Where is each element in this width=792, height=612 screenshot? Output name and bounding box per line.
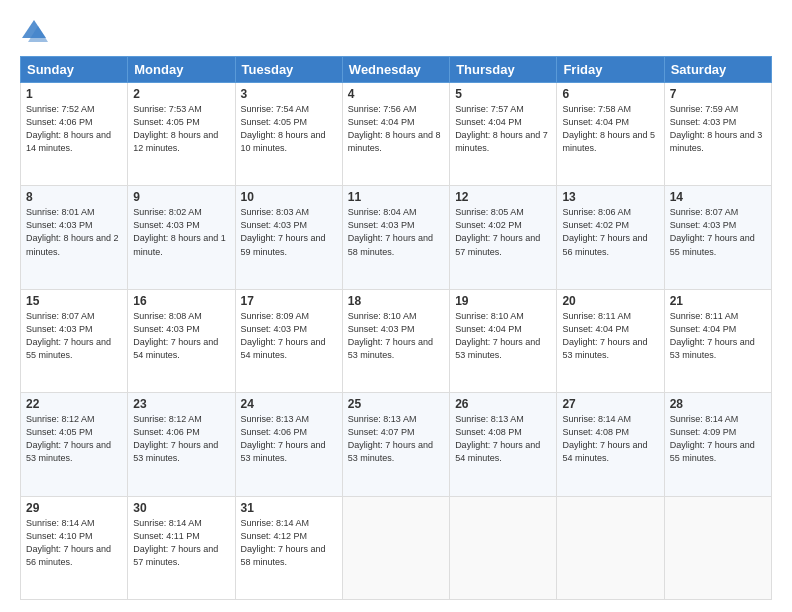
calendar-cell: 13 Sunrise: 8:06 AM Sunset: 4:02 PM Dayl…	[557, 186, 664, 289]
day-number: 13	[562, 190, 658, 204]
day-detail: Sunrise: 8:13 AM Sunset: 4:08 PM Dayligh…	[455, 413, 551, 465]
calendar-cell: 9 Sunrise: 8:02 AM Sunset: 4:03 PM Dayli…	[128, 186, 235, 289]
day-detail: Sunrise: 8:12 AM Sunset: 4:06 PM Dayligh…	[133, 413, 229, 465]
day-number: 28	[670, 397, 766, 411]
calendar-cell	[342, 496, 449, 599]
calendar-week-3: 15 Sunrise: 8:07 AM Sunset: 4:03 PM Dayl…	[21, 289, 772, 392]
day-detail: Sunrise: 8:07 AM Sunset: 4:03 PM Dayligh…	[670, 206, 766, 258]
day-detail: Sunrise: 7:52 AM Sunset: 4:06 PM Dayligh…	[26, 103, 122, 155]
calendar-cell: 16 Sunrise: 8:08 AM Sunset: 4:03 PM Dayl…	[128, 289, 235, 392]
day-detail: Sunrise: 8:04 AM Sunset: 4:03 PM Dayligh…	[348, 206, 444, 258]
calendar-week-4: 22 Sunrise: 8:12 AM Sunset: 4:05 PM Dayl…	[21, 393, 772, 496]
calendar-cell	[664, 496, 771, 599]
day-number: 5	[455, 87, 551, 101]
day-number: 23	[133, 397, 229, 411]
day-detail: Sunrise: 8:10 AM Sunset: 4:03 PM Dayligh…	[348, 310, 444, 362]
day-detail: Sunrise: 8:08 AM Sunset: 4:03 PM Dayligh…	[133, 310, 229, 362]
calendar-table: SundayMondayTuesdayWednesdayThursdayFrid…	[20, 56, 772, 600]
day-detail: Sunrise: 7:54 AM Sunset: 4:05 PM Dayligh…	[241, 103, 337, 155]
weekday-header-tuesday: Tuesday	[235, 57, 342, 83]
logo-icon	[20, 18, 48, 46]
weekday-header-sunday: Sunday	[21, 57, 128, 83]
calendar-cell: 7 Sunrise: 7:59 AM Sunset: 4:03 PM Dayli…	[664, 83, 771, 186]
calendar-cell	[450, 496, 557, 599]
day-number: 7	[670, 87, 766, 101]
calendar-cell: 8 Sunrise: 8:01 AM Sunset: 4:03 PM Dayli…	[21, 186, 128, 289]
day-number: 19	[455, 294, 551, 308]
day-detail: Sunrise: 8:01 AM Sunset: 4:03 PM Dayligh…	[26, 206, 122, 258]
calendar-cell: 4 Sunrise: 7:56 AM Sunset: 4:04 PM Dayli…	[342, 83, 449, 186]
day-number: 15	[26, 294, 122, 308]
day-number: 22	[26, 397, 122, 411]
calendar-cell: 18 Sunrise: 8:10 AM Sunset: 4:03 PM Dayl…	[342, 289, 449, 392]
logo	[20, 18, 52, 46]
calendar-cell: 26 Sunrise: 8:13 AM Sunset: 4:08 PM Dayl…	[450, 393, 557, 496]
day-number: 27	[562, 397, 658, 411]
day-detail: Sunrise: 7:53 AM Sunset: 4:05 PM Dayligh…	[133, 103, 229, 155]
day-detail: Sunrise: 8:14 AM Sunset: 4:12 PM Dayligh…	[241, 517, 337, 569]
calendar-cell: 3 Sunrise: 7:54 AM Sunset: 4:05 PM Dayli…	[235, 83, 342, 186]
day-number: 21	[670, 294, 766, 308]
day-number: 18	[348, 294, 444, 308]
day-number: 12	[455, 190, 551, 204]
weekday-header-monday: Monday	[128, 57, 235, 83]
calendar-cell: 28 Sunrise: 8:14 AM Sunset: 4:09 PM Dayl…	[664, 393, 771, 496]
day-detail: Sunrise: 8:09 AM Sunset: 4:03 PM Dayligh…	[241, 310, 337, 362]
calendar-cell: 29 Sunrise: 8:14 AM Sunset: 4:10 PM Dayl…	[21, 496, 128, 599]
page: SundayMondayTuesdayWednesdayThursdayFrid…	[0, 0, 792, 612]
calendar-week-1: 1 Sunrise: 7:52 AM Sunset: 4:06 PM Dayli…	[21, 83, 772, 186]
weekday-header-saturday: Saturday	[664, 57, 771, 83]
day-number: 1	[26, 87, 122, 101]
calendar-week-5: 29 Sunrise: 8:14 AM Sunset: 4:10 PM Dayl…	[21, 496, 772, 599]
calendar-cell: 10 Sunrise: 8:03 AM Sunset: 4:03 PM Dayl…	[235, 186, 342, 289]
calendar-cell: 31 Sunrise: 8:14 AM Sunset: 4:12 PM Dayl…	[235, 496, 342, 599]
day-number: 30	[133, 501, 229, 515]
calendar-cell: 11 Sunrise: 8:04 AM Sunset: 4:03 PM Dayl…	[342, 186, 449, 289]
day-detail: Sunrise: 8:12 AM Sunset: 4:05 PM Dayligh…	[26, 413, 122, 465]
day-detail: Sunrise: 8:03 AM Sunset: 4:03 PM Dayligh…	[241, 206, 337, 258]
day-number: 25	[348, 397, 444, 411]
day-detail: Sunrise: 8:14 AM Sunset: 4:08 PM Dayligh…	[562, 413, 658, 465]
day-detail: Sunrise: 8:06 AM Sunset: 4:02 PM Dayligh…	[562, 206, 658, 258]
day-number: 31	[241, 501, 337, 515]
calendar-cell: 23 Sunrise: 8:12 AM Sunset: 4:06 PM Dayl…	[128, 393, 235, 496]
day-detail: Sunrise: 7:59 AM Sunset: 4:03 PM Dayligh…	[670, 103, 766, 155]
calendar-cell: 6 Sunrise: 7:58 AM Sunset: 4:04 PM Dayli…	[557, 83, 664, 186]
day-detail: Sunrise: 7:56 AM Sunset: 4:04 PM Dayligh…	[348, 103, 444, 155]
calendar-week-2: 8 Sunrise: 8:01 AM Sunset: 4:03 PM Dayli…	[21, 186, 772, 289]
weekday-header-thursday: Thursday	[450, 57, 557, 83]
calendar-cell: 5 Sunrise: 7:57 AM Sunset: 4:04 PM Dayli…	[450, 83, 557, 186]
day-number: 20	[562, 294, 658, 308]
day-detail: Sunrise: 8:11 AM Sunset: 4:04 PM Dayligh…	[562, 310, 658, 362]
day-number: 3	[241, 87, 337, 101]
day-number: 8	[26, 190, 122, 204]
day-detail: Sunrise: 8:10 AM Sunset: 4:04 PM Dayligh…	[455, 310, 551, 362]
day-number: 29	[26, 501, 122, 515]
day-number: 6	[562, 87, 658, 101]
day-number: 24	[241, 397, 337, 411]
day-detail: Sunrise: 8:13 AM Sunset: 4:07 PM Dayligh…	[348, 413, 444, 465]
weekday-header-wednesday: Wednesday	[342, 57, 449, 83]
day-detail: Sunrise: 8:11 AM Sunset: 4:04 PM Dayligh…	[670, 310, 766, 362]
calendar-cell: 19 Sunrise: 8:10 AM Sunset: 4:04 PM Dayl…	[450, 289, 557, 392]
day-detail: Sunrise: 7:58 AM Sunset: 4:04 PM Dayligh…	[562, 103, 658, 155]
day-number: 16	[133, 294, 229, 308]
day-detail: Sunrise: 8:13 AM Sunset: 4:06 PM Dayligh…	[241, 413, 337, 465]
day-number: 4	[348, 87, 444, 101]
calendar-cell: 15 Sunrise: 8:07 AM Sunset: 4:03 PM Dayl…	[21, 289, 128, 392]
calendar-cell: 25 Sunrise: 8:13 AM Sunset: 4:07 PM Dayl…	[342, 393, 449, 496]
day-number: 26	[455, 397, 551, 411]
calendar-cell: 1 Sunrise: 7:52 AM Sunset: 4:06 PM Dayli…	[21, 83, 128, 186]
calendar-cell: 17 Sunrise: 8:09 AM Sunset: 4:03 PM Dayl…	[235, 289, 342, 392]
weekday-header-friday: Friday	[557, 57, 664, 83]
calendar-cell: 21 Sunrise: 8:11 AM Sunset: 4:04 PM Dayl…	[664, 289, 771, 392]
calendar-cell: 22 Sunrise: 8:12 AM Sunset: 4:05 PM Dayl…	[21, 393, 128, 496]
calendar-cell: 27 Sunrise: 8:14 AM Sunset: 4:08 PM Dayl…	[557, 393, 664, 496]
calendar-cell: 14 Sunrise: 8:07 AM Sunset: 4:03 PM Dayl…	[664, 186, 771, 289]
day-detail: Sunrise: 8:05 AM Sunset: 4:02 PM Dayligh…	[455, 206, 551, 258]
day-number: 2	[133, 87, 229, 101]
calendar-cell	[557, 496, 664, 599]
day-detail: Sunrise: 8:07 AM Sunset: 4:03 PM Dayligh…	[26, 310, 122, 362]
calendar-cell: 24 Sunrise: 8:13 AM Sunset: 4:06 PM Dayl…	[235, 393, 342, 496]
day-number: 9	[133, 190, 229, 204]
